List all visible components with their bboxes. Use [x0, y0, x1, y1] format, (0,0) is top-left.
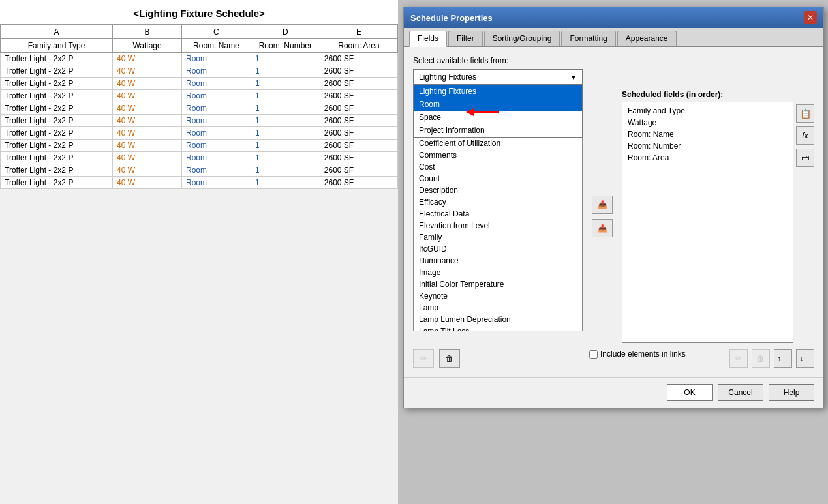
table-row: Troffer Light - 2x2 P — [1, 152, 113, 164]
available-field-item[interactable]: Description — [414, 185, 582, 196]
table-row: Troffer Light - 2x2 P — [1, 78, 113, 90]
available-field-item[interactable]: Initial Color Temperature — [414, 278, 582, 290]
table-row: 40 W — [113, 127, 182, 140]
table-row: 1 — [251, 90, 320, 102]
tab-appearance[interactable]: Appearance — [617, 31, 677, 46]
table-row: Room — [182, 152, 251, 164]
available-field-item[interactable]: Lamp Tilt Loss — [414, 325, 582, 331]
table-row: 2600 SF — [320, 78, 397, 90]
move-up-icon: ↑— — [777, 354, 789, 363]
available-field-item[interactable]: Lamp Lumen Depreciation — [414, 314, 582, 325]
tab-filter[interactable]: Filter — [448, 31, 483, 46]
move-down-icon: ↓— — [799, 354, 811, 363]
middle-buttons: 📥 📤 — [589, 90, 615, 343]
table-row: 40 W — [113, 115, 182, 127]
scheduled-fields-container: Scheduled fields (in order): Family and … — [622, 90, 814, 343]
available-field-item[interactable]: Comments — [414, 149, 582, 161]
table-row: 1 — [251, 177, 320, 189]
include-links-checkbox[interactable] — [589, 350, 598, 359]
available-field-item[interactable]: Elevation from Level — [414, 220, 582, 231]
edit-scheduled-button[interactable]: ✏ — [729, 349, 748, 368]
table-row: 40 W — [113, 65, 182, 78]
table-row: 1 — [251, 164, 320, 177]
col-header-e: E — [320, 25, 397, 39]
available-field-item[interactable]: Cost — [414, 161, 582, 173]
left-bottom-buttons: ✏ 🗑 — [413, 349, 583, 368]
cancel-button[interactable]: Cancel — [718, 384, 763, 401]
available-field-item[interactable]: Lamp — [414, 302, 582, 314]
scheduled-fields-label: Scheduled fields (in order): — [622, 90, 814, 99]
col-wattage: Wattage — [113, 39, 182, 53]
dialog-close-button[interactable]: ✕ — [804, 11, 817, 24]
table-row: 40 W — [113, 78, 182, 90]
tabs-container: FieldsFilterSorting/GroupingFormattingAp… — [404, 28, 823, 47]
table-button[interactable]: 🗃 — [796, 149, 814, 167]
add-field-button[interactable]: 📥 — [592, 196, 613, 214]
dropdown-selected-value: Lighting Fixtures — [419, 72, 476, 82]
edit-field-button[interactable]: ✏ — [413, 349, 434, 368]
table-row: Troffer Light - 2x2 P — [1, 127, 113, 140]
col-header-c: C — [182, 25, 251, 39]
available-field-item[interactable]: Keynote — [414, 290, 582, 302]
table-row: 2600 SF — [320, 140, 397, 152]
ok-button[interactable]: OK — [667, 384, 713, 401]
scheduled-fields-list[interactable]: Family and TypeWattageRoom: NameRoom: Nu… — [622, 102, 793, 343]
dropdown-container: Lighting Fixtures ▼ Lighting FixturesRoo… — [413, 69, 583, 85]
available-field-item[interactable]: Coefficient of Utilization — [414, 138, 582, 149]
remove-field-button[interactable]: 📤 — [592, 219, 613, 237]
param-icon: 📋 — [800, 108, 811, 119]
fields-source-dropdown[interactable]: Lighting Fixtures ▼ — [413, 69, 583, 85]
available-field-item[interactable]: Illuminance — [414, 255, 582, 267]
scheduled-field-item[interactable]: Room: Number — [625, 140, 790, 152]
dropdown-option[interactable]: Project Information — [414, 124, 582, 137]
col-family-type: Family and Type — [1, 39, 113, 53]
scheduled-field-item[interactable]: Wattage — [625, 117, 790, 128]
schedule-title: <Lighting Fixture Schedule> — [0, 0, 398, 25]
schedule-panel: <Lighting Fixture Schedule> A B C D E Fa… — [0, 0, 398, 504]
dialog-content: Select available fields from: Lighting F… — [404, 47, 823, 377]
table-row: Room — [182, 78, 251, 90]
arrow-right-icon: 📥 — [598, 200, 607, 209]
scheduled-field-item[interactable]: Family and Type — [625, 105, 790, 117]
available-field-item[interactable]: Family — [414, 231, 582, 243]
table-row: 2600 SF — [320, 152, 397, 164]
delete-scheduled-button[interactable]: 🗑 — [752, 349, 770, 368]
dialog-footer: OK Cancel Help — [404, 377, 823, 408]
table-row: 1 — [251, 102, 320, 115]
add-param-button[interactable]: 📋 — [796, 104, 814, 123]
table-row: Troffer Light - 2x2 P — [1, 177, 113, 189]
delete-sched-icon: 🗑 — [757, 354, 765, 363]
table-row: Room — [182, 115, 251, 127]
dropdown-option[interactable]: Lighting Fixtures — [414, 85, 582, 98]
tab-fields[interactable]: Fields — [409, 31, 447, 47]
col-room-area: Room: Area — [320, 39, 397, 53]
schedule-tbody: Troffer Light - 2x2 P40 WRoom12600 SFTro… — [1, 53, 398, 189]
table-icon: 🗃 — [801, 153, 809, 162]
tab-formatting[interactable]: Formatting — [561, 31, 615, 46]
include-links-label[interactable]: Include elements in links — [600, 349, 686, 359]
bottom-section: ✏ 🗑 Include elements in links ✏ 🗑 ↑— — [413, 349, 814, 368]
available-field-item[interactable]: IfcGUID — [414, 243, 582, 255]
move-down-button[interactable]: ↓— — [796, 349, 814, 368]
scheduled-field-item[interactable]: Room: Name — [625, 128, 790, 140]
col-header-b: B — [113, 25, 182, 39]
edit-sched-icon: ✏ — [735, 354, 742, 363]
move-up-button[interactable]: ↑— — [774, 349, 792, 368]
table-row: 1 — [251, 140, 320, 152]
scheduled-fields-area: Family and TypeWattageRoom: NameRoom: Nu… — [622, 102, 814, 343]
scheduled-field-item[interactable]: Room: Area — [625, 152, 790, 164]
available-field-item[interactable]: Efficacy — [414, 196, 582, 208]
table-row: Room — [182, 140, 251, 152]
table-row: 2600 SF — [320, 127, 397, 140]
available-field-item[interactable]: Electrical Data — [414, 208, 582, 220]
delete-field-button[interactable]: 🗑 — [439, 349, 460, 368]
formula-button[interactable]: fx — [796, 126, 814, 145]
table-row: Room — [182, 90, 251, 102]
available-field-item[interactable]: Image — [414, 267, 582, 278]
scheduled-bottom-buttons: ✏ 🗑 ↑— ↓— — [729, 349, 814, 368]
table-row: 2600 SF — [320, 177, 397, 189]
help-button[interactable]: Help — [769, 384, 814, 401]
available-field-item[interactable]: Count — [414, 173, 582, 185]
tab-sorting-grouping[interactable]: Sorting/Grouping — [484, 31, 560, 46]
table-row: 40 W — [113, 102, 182, 115]
